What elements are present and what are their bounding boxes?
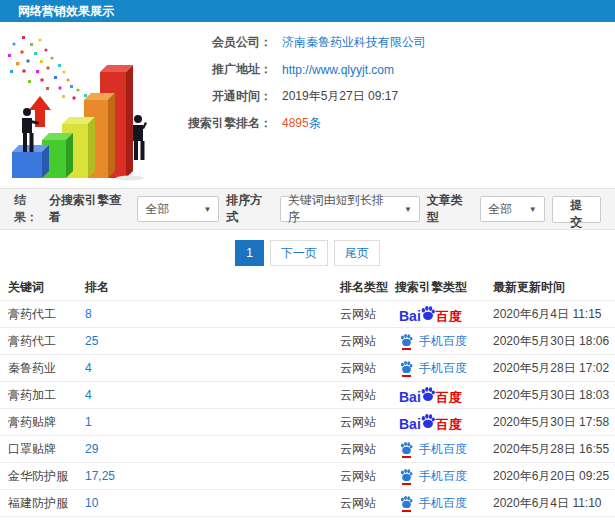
engine-cell: Bai 百度 手机百度 (395, 305, 493, 323)
rank-type-cell: 云网站 (340, 495, 395, 512)
baidu-logo: Bai 百度 (399, 386, 462, 404)
mobile-baidu-paw-icon (399, 495, 414, 512)
header-engine-type: 搜索引擎类型 (395, 279, 493, 296)
engine-filter-select[interactable]: 全部 ▼ (137, 196, 219, 222)
article-type-value: 全部 (488, 201, 512, 218)
rank-cell[interactable]: 17,25 (85, 469, 340, 483)
person-right (133, 115, 147, 160)
engine-cell: Bai 百度 手机百度 (395, 495, 493, 512)
baidu-paw-icon (420, 305, 436, 321)
header-rank: 排名 (85, 279, 340, 296)
header-rank-type: 排名类型 (340, 279, 395, 296)
keyword-cell: 秦鲁药业 (8, 360, 85, 377)
engine-cell: Bai 百度 手机百度 (395, 441, 493, 458)
mobile-baidu-logo: 手机百度 (399, 468, 467, 485)
baidu-text-suffix: 百度 (436, 310, 462, 323)
engine-filter-value: 全部 (145, 201, 169, 218)
filter-controls: 分搜索引擎查看 全部 ▼ 排序方式 关键词由短到长排序 ▼ 文章类型 全部 ▼ … (49, 192, 601, 226)
mobile-baidu-label: 手机百度 (419, 360, 467, 377)
updated-cell: 2020年5月30日 18:06 (493, 333, 615, 350)
table-row: 膏药代工 25 云网站 Bai 百度 手机百度 2020年5月30日 18:06 (0, 327, 615, 354)
title-bar: 网络营销效果展示 (0, 0, 615, 22)
rank-count-number: 4895 (282, 116, 309, 130)
baidu-paw-icon (420, 386, 436, 402)
table-row: 膏药加工 4 云网站 Bai 百度 手机百度 2020年5月30日 18:03 (0, 381, 615, 408)
table-row: 口罩贴牌 29 云网站 Bai 百度 手机百度 2020年5月28日 16:55 (0, 435, 615, 462)
table-row: 膏药贴牌 1 云网站 Bai 百度 手机百度 2020年5月30日 17:58 (0, 408, 615, 435)
rank-cell[interactable]: 25 (85, 334, 340, 348)
updated-cell: 2020年6月4日 11:15 (493, 306, 615, 323)
article-type-label: 文章类型 (427, 192, 474, 226)
page-button-current[interactable]: 1 (235, 240, 264, 266)
article-type-select[interactable]: 全部 ▼ (480, 196, 544, 222)
rank-count-label: 搜索引擎排名： (180, 115, 272, 132)
growth-chart-illustration (0, 30, 180, 182)
table-header: 关键词 排名 排名类型 搜索引擎类型 最新更新时间 (0, 275, 615, 300)
rank-type-cell: 云网站 (340, 468, 395, 485)
submit-button[interactable]: 提交 (552, 196, 601, 223)
promo-url-link[interactable]: http://www.qlyyjt.com (282, 63, 394, 77)
sort-filter-select[interactable]: 关键词由短到长排序 ▼ (280, 196, 420, 222)
keyword-cell: 膏药代工 (8, 333, 85, 350)
updated-cell: 2020年5月28日 17:02 (493, 360, 615, 377)
open-time-label: 开通时间： (180, 88, 272, 105)
rank-cell[interactable]: 10 (85, 496, 340, 510)
open-time-value: 2019年5月27日 09:17 (282, 88, 398, 105)
table-row: 福建防护服 10 云网站 Bai 百度 手机百度 2020年6月4日 11:10 (0, 489, 615, 516)
rank-cell[interactable]: 4 (85, 388, 340, 402)
keyword-cell: 福建防护服 (8, 495, 85, 512)
baidu-logo: Bai 百度 (399, 305, 462, 323)
rank-type-cell: 云网站 (340, 441, 395, 458)
table-row: 秦鲁药业 4 云网站 Bai 百度 手机百度 2020年5月28日 17:02 (0, 354, 615, 381)
updated-cell: 2020年6月20日 09:25 (493, 468, 615, 485)
rank-cell[interactable]: 1 (85, 415, 340, 429)
confetti-decoration (8, 36, 92, 102)
rank-type-cell: 云网站 (340, 414, 395, 431)
next-page-button[interactable]: 下一页 (270, 240, 328, 266)
engine-filter-label: 分搜索引擎查看 (49, 192, 130, 226)
rank-count-value: 4895条 (282, 115, 321, 132)
filter-bar: 结果： 分搜索引擎查看 全部 ▼ 排序方式 关键词由短到长排序 ▼ 文章类型 全… (0, 188, 615, 230)
header-keyword: 关键词 (8, 279, 85, 296)
baidu-text-prefix: Bai (399, 390, 421, 404)
mobile-baidu-logo: 手机百度 (399, 495, 467, 512)
mobile-baidu-label: 手机百度 (419, 441, 467, 458)
mobile-baidu-paw-icon (399, 468, 414, 485)
engine-cell: Bai 百度 手机百度 (395, 360, 493, 377)
rank-type-cell: 云网站 (340, 306, 395, 323)
baidu-logo: Bai 百度 (399, 413, 462, 431)
mobile-baidu-label: 手机百度 (419, 495, 467, 512)
sort-filter-value: 关键词由短到长排序 (288, 192, 392, 226)
rank-type-cell: 云网站 (340, 333, 395, 350)
last-page-button[interactable]: 尾页 (334, 240, 380, 266)
mobile-baidu-label: 手机百度 (419, 333, 467, 350)
keyword-cell: 膏药贴牌 (8, 414, 85, 431)
chevron-down-icon: ▼ (203, 205, 211, 214)
table-row: 膏药代工 8 云网站 Bai 百度 手机百度 2020年6月4日 11:15 (0, 300, 615, 327)
engine-cell: Bai 百度 手机百度 (395, 413, 493, 431)
rank-cell[interactable]: 29 (85, 442, 340, 456)
baidu-text-suffix: 百度 (436, 418, 462, 431)
chevron-down-icon: ▼ (404, 205, 412, 214)
rank-cell[interactable]: 8 (85, 307, 340, 321)
mobile-baidu-label: 手机百度 (419, 468, 467, 485)
results-table: 关键词 排名 排名类型 搜索引擎类型 最新更新时间 膏药代工 8 云网站 Bai… (0, 275, 615, 520)
company-link[interactable]: 济南秦鲁药业科技有限公司 (282, 34, 426, 51)
baidu-text-suffix: 百度 (436, 391, 462, 404)
rank-count-unit: 条 (309, 116, 321, 130)
header-updated: 最新更新时间 (493, 279, 615, 296)
rank-cell[interactable]: 4 (85, 361, 340, 375)
keyword-cell: 膏药代工 (8, 306, 85, 323)
promo-url-label: 推广地址： (180, 61, 272, 78)
mobile-baidu-paw-icon (399, 360, 414, 377)
company-info: 会员公司： 济南秦鲁药业科技有限公司 推广地址： http://www.qlyy… (180, 22, 426, 184)
engine-cell: Bai 百度 手机百度 (395, 333, 493, 350)
sort-filter-label: 排序方式 (226, 192, 273, 226)
mobile-baidu-logo: 手机百度 (399, 441, 467, 458)
result-label: 结果： (14, 192, 49, 226)
company-label: 会员公司： (180, 34, 272, 51)
keyword-cell: 金华防护服 (8, 468, 85, 485)
updated-cell: 2020年5月30日 18:03 (493, 387, 615, 404)
updated-cell: 2020年6月4日 11:10 (493, 495, 615, 512)
chevron-down-icon: ▼ (529, 205, 537, 214)
